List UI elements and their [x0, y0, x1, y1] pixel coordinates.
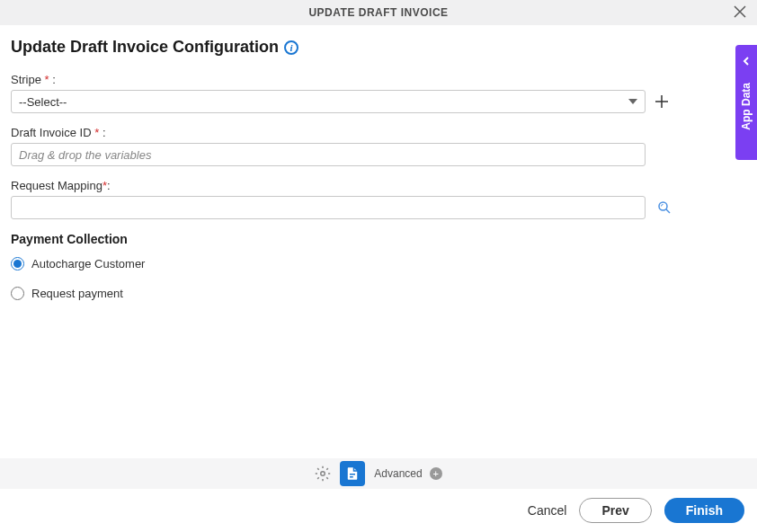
- payment-collection-title: Payment Collection: [11, 232, 746, 246]
- dialog-footer: Cancel Prev Finish: [0, 489, 757, 532]
- stripe-field-group: Stripe * : --Select--: [11, 73, 746, 113]
- svg-point-1: [321, 472, 325, 476]
- add-icon[interactable]: [653, 93, 671, 111]
- bottom-toolbar: Advanced +: [0, 458, 757, 489]
- prev-button[interactable]: Prev: [579, 498, 651, 523]
- content-area: Update Draft Invoice Configuration i Str…: [0, 25, 757, 300]
- close-icon[interactable]: [734, 4, 746, 21]
- app-data-label: App Data: [740, 83, 753, 130]
- svg-point-0: [659, 202, 667, 210]
- stripe-select[interactable]: --Select--: [11, 90, 646, 113]
- request-mapping-input[interactable]: [11, 196, 646, 219]
- autocharge-label[interactable]: Autocharge Customer: [31, 257, 145, 270]
- advanced-add-icon[interactable]: +: [430, 467, 442, 480]
- finish-button[interactable]: Finish: [664, 498, 744, 523]
- document-icon[interactable]: [340, 461, 365, 486]
- cancel-button[interactable]: Cancel: [528, 503, 567, 518]
- dialog-title: UPDATE DRAFT INVOICE: [308, 6, 448, 19]
- app-data-tab[interactable]: App Data: [735, 45, 757, 160]
- draft-invoice-id-input[interactable]: [11, 143, 646, 166]
- stripe-label: Stripe * :: [11, 73, 746, 86]
- info-icon[interactable]: i: [284, 40, 298, 55]
- required-indicator: *: [45, 73, 49, 86]
- autocharge-radio[interactable]: [11, 257, 24, 270]
- page-title-text: Update Draft Invoice Configuration: [11, 38, 279, 57]
- request-mapping-row: [11, 196, 746, 219]
- request-payment-option: Request payment: [11, 287, 746, 300]
- request-mapping-label: Request Mapping*:: [11, 179, 746, 192]
- request-payment-radio[interactable]: [11, 287, 24, 300]
- chevron-left-icon: [742, 54, 751, 68]
- advanced-label: Advanced: [374, 467, 422, 480]
- stripe-field-row: --Select--: [11, 90, 746, 113]
- draft-invoice-id-label: Draft Invoice ID * :: [11, 126, 746, 139]
- request-payment-label[interactable]: Request payment: [31, 287, 123, 300]
- dialog-header: UPDATE DRAFT INVOICE: [0, 0, 757, 25]
- request-mapping-field-group: Request Mapping*:: [11, 179, 746, 219]
- search-icon[interactable]: [656, 200, 672, 216]
- required-indicator: *: [94, 126, 99, 139]
- autocharge-option: Autocharge Customer: [11, 257, 746, 270]
- gear-icon[interactable]: [315, 466, 331, 482]
- page-title: Update Draft Invoice Configuration i: [11, 38, 746, 57]
- draft-invoice-id-field-group: Draft Invoice ID * :: [11, 126, 746, 166]
